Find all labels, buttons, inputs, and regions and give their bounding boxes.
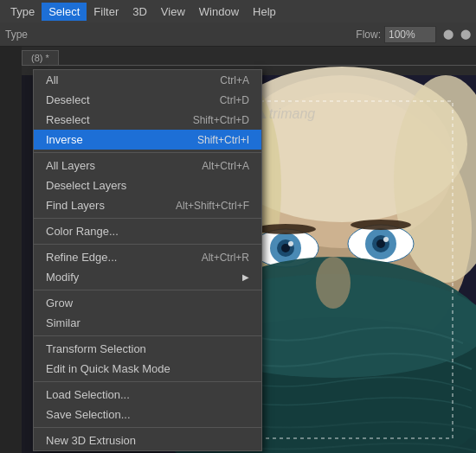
menu-item-modify[interactable]: Modify ▶ [34, 267, 261, 287]
menu-item-edit-quick-mask[interactable]: Edit in Quick Mask Mode [34, 359, 261, 379]
svg-point-19 [351, 220, 411, 230]
tab-row: (8) * [22, 47, 476, 66]
menu-item-all[interactable]: All Ctrl+A [34, 70, 261, 90]
separator-7 [34, 427, 261, 428]
menu-item-deselect-layers[interactable]: Deselect Layers [34, 175, 261, 195]
menubar-item-select[interactable]: Select [42, 3, 87, 21]
svg-text:▲trimang: ▲trimang [255, 106, 315, 121]
menubar-item-3d[interactable]: 3D [125, 3, 154, 21]
menu-item-save-selection[interactable]: Save Selection... [34, 405, 261, 424]
menu-item-inverse[interactable]: Inverse Shift+Ctrl+I [34, 130, 261, 150]
menu-item-refine-edge[interactable]: Refine Edge... Alt+Ctrl+R [34, 247, 261, 267]
toolbar-icon1: ⬤ [443, 29, 453, 40]
svg-point-10 [288, 241, 293, 246]
flow-input[interactable] [384, 26, 436, 43]
menu-item-transform-selection[interactable]: Transform Selection [34, 339, 261, 359]
menubar-item-filter[interactable]: Filter [87, 3, 125, 21]
separator-3 [34, 244, 261, 245]
toolbar: Type Flow: ⬤ ⬤ [0, 22, 476, 47]
menubar: Type Select Filter 3D View Window Help [0, 0, 476, 22]
tab-item[interactable]: (8) * [22, 50, 59, 65]
content-area: (8) * [0, 47, 476, 453]
menu-item-similar[interactable]: Similar [34, 313, 261, 333]
separator-2 [34, 218, 261, 219]
separator-6 [34, 381, 261, 382]
toolbar-type-label: Type [5, 29, 28, 41]
menu-item-load-selection[interactable]: Load Selection... [34, 385, 261, 405]
menu-item-deselect[interactable]: Deselect Ctrl+D [34, 90, 261, 110]
menubar-item-window[interactable]: Window [192, 3, 246, 21]
flow-label: Flow: [356, 29, 381, 41]
menu-item-grow[interactable]: Grow [34, 293, 261, 313]
menu-item-find-layers[interactable]: Find Layers Alt+Shift+Ctrl+F [34, 195, 261, 215]
svg-point-18 [255, 224, 316, 234]
toolbar-icon2: ⬤ [460, 29, 471, 40]
separator-5 [34, 335, 261, 336]
side-panel [0, 47, 22, 453]
menu-item-color-range[interactable]: Color Range... [34, 221, 261, 241]
menubar-item-type[interactable]: Type [3, 3, 42, 21]
submenu-arrow: ▶ [242, 272, 249, 282]
separator-4 [34, 290, 261, 290]
svg-point-16 [383, 237, 389, 242]
dropdown-menu: All Ctrl+A Deselect Ctrl+D Reselect Shif… [33, 69, 262, 451]
menu-item-all-layers[interactable]: All Layers Alt+Ctrl+A [34, 156, 261, 175]
menubar-item-help[interactable]: Help [246, 3, 283, 21]
menubar-item-view[interactable]: View [154, 3, 192, 21]
menu-item-reselect[interactable]: Reselect Shift+Ctrl+D [34, 110, 261, 130]
svg-point-23 [316, 257, 351, 309]
menu-item-new-3d-extrusion[interactable]: New 3D Extrusion [34, 431, 261, 450]
separator-1 [34, 152, 261, 153]
